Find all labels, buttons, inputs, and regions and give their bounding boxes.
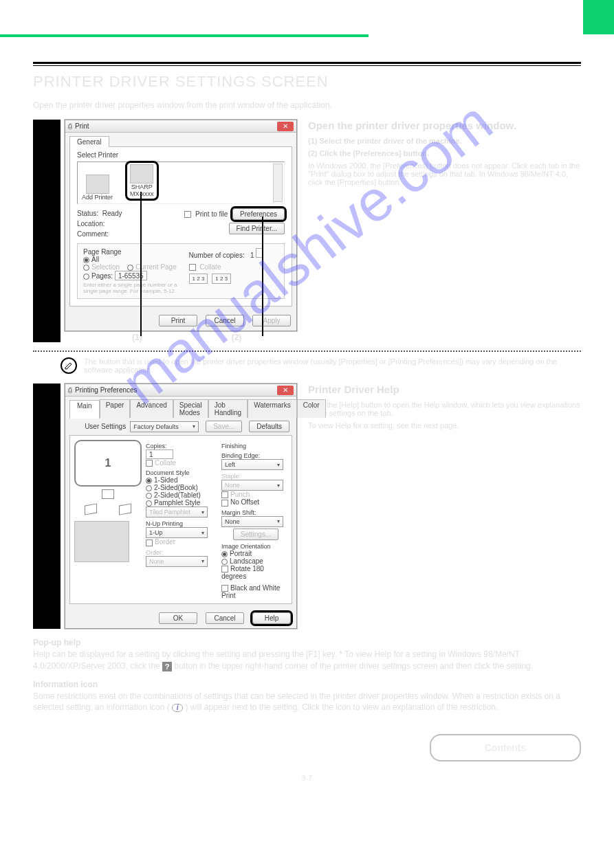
popup-p2b: ) will appear next to the setting. Click… <box>185 702 498 712</box>
chevron-down-icon: ▾ <box>201 509 204 515</box>
collate-checkbox[interactable] <box>189 264 196 271</box>
step-1-note-text: The button that is used to open the prin… <box>84 357 581 374</box>
add-printer[interactable]: Add Printer <box>82 175 113 201</box>
printer-list-scrollbar[interactable] <box>273 164 283 202</box>
find-printer-button[interactable]: Find Printer... <box>229 223 285 234</box>
punch-label: Punch <box>230 491 250 498</box>
status-value: Ready <box>102 210 122 217</box>
radio-all-label: All <box>91 256 99 263</box>
user-settings-row: User Settings Factory Defaults▾ Save... … <box>65 418 296 435</box>
close-icon[interactable]: ✕ <box>277 386 294 395</box>
print-tabstrip: General <box>65 133 296 146</box>
radio-current[interactable] <box>127 265 133 271</box>
copies-label: Copies: <box>146 443 212 449</box>
punch-checkbox[interactable] <box>221 491 228 498</box>
tiled-select[interactable]: Tiled Pamphlet▾ <box>146 507 208 518</box>
radio-2tablet[interactable] <box>146 493 152 499</box>
printer-list: Add Printer SHARP MX-xxxx <box>77 162 285 204</box>
order-select[interactable]: None▾ <box>146 556 208 567</box>
select-printer-label: Select Printer <box>77 151 285 159</box>
radio-2tablet-label: 2-Sided(Tablet) <box>154 491 201 499</box>
radio-pamphlet[interactable] <box>146 500 152 507</box>
tab-paper[interactable]: Paper <box>100 399 131 418</box>
tab-general[interactable]: General <box>69 136 109 147</box>
radio-2book-label: 2-Sided(Book) <box>154 484 198 491</box>
tab-main[interactable]: Main <box>69 400 100 419</box>
contents-link[interactable]: Contents <box>430 734 581 761</box>
nup-select[interactable]: 1-Up▾ <box>146 527 208 538</box>
user-settings-value: Factory Defaults <box>133 423 179 430</box>
pencil-icon <box>61 357 77 374</box>
preview-stack-icon <box>85 503 97 515</box>
tab-job[interactable]: Job Handling <box>208 399 248 418</box>
callout-line-2 <box>262 216 263 336</box>
settings-button[interactable]: Settings... <box>233 528 278 540</box>
nup-label: N-Up Printing <box>146 520 212 527</box>
print-button[interactable]: Print <box>159 315 197 326</box>
radio-selection[interactable] <box>83 265 89 271</box>
page-range-label: Page Range <box>83 248 182 256</box>
radio-portrait[interactable] <box>221 551 228 557</box>
user-settings-select[interactable]: Factory Defaults▾ <box>130 421 199 432</box>
radio-pages-label: Pages: <box>91 272 113 280</box>
collate-preview-icon: 1 2 3 <box>189 274 208 284</box>
tab-watermarks[interactable]: Watermarks <box>248 399 297 418</box>
margin-select[interactable]: None▾ <box>221 516 283 527</box>
apply-button[interactable]: Apply <box>252 315 291 326</box>
staple-select[interactable]: None▾ <box>221 480 283 491</box>
help-button[interactable]: Help <box>252 612 291 624</box>
location-label: Location: <box>77 219 184 229</box>
pages-input[interactable]: 1-65535 <box>115 271 147 280</box>
nup-value: 1-Up <box>149 529 163 536</box>
step-2-number <box>33 383 61 629</box>
print-to-file-checkbox[interactable] <box>184 211 191 218</box>
chevron-down-icon: ▾ <box>277 482 280 489</box>
radio-1sided[interactable] <box>146 478 152 484</box>
chevron-down-icon: ▾ <box>277 462 280 468</box>
tab-advanced[interactable]: Advanced <box>130 399 173 418</box>
staple-value: None <box>225 482 240 489</box>
popup-p1b: button in the upper right-hand corner of… <box>174 661 533 671</box>
step-1-number <box>33 120 61 342</box>
print-to-file-label: Print to file <box>195 210 228 218</box>
step-1-title: Open the printer driver properties windo… <box>308 120 581 131</box>
close-icon[interactable]: ✕ <box>277 122 294 131</box>
copies-input[interactable]: 1 <box>146 449 173 459</box>
printer-sharp[interactable]: SHARP MX-xxxx <box>125 161 159 201</box>
radio-landscape[interactable] <box>221 559 228 565</box>
page-title: PRINTER DRIVER SETTINGS SCREEN <box>33 73 581 91</box>
ok-button[interactable]: OK <box>159 612 197 624</box>
chevron-down-icon: ▾ <box>201 530 204 536</box>
radio-2book[interactable] <box>146 485 152 491</box>
preview-page-icon: 1 <box>74 440 142 487</box>
nooffset-label: No Offset <box>230 498 259 506</box>
defaults-button[interactable]: Defaults <box>249 421 289 432</box>
copier-icon <box>74 521 129 562</box>
add-printer-icon <box>86 175 109 194</box>
radio-pages[interactable] <box>83 274 89 280</box>
bw-checkbox[interactable] <box>221 585 228 592</box>
rotate-checkbox[interactable] <box>221 566 228 572</box>
print-titlebar: ⎙ Print ✕ <box>65 120 296 133</box>
border-checkbox[interactable] <box>146 539 153 546</box>
popup-heading: Pop-up help <box>33 637 581 649</box>
save-button[interactable]: Save... <box>206 421 242 432</box>
radio-all[interactable] <box>83 257 89 263</box>
radio-pamphlet-label: Pamphlet Style <box>154 499 200 507</box>
step-2-title: Printer Driver Help <box>308 383 581 395</box>
collate-label: Collate <box>199 263 221 271</box>
comment-label: Comment: <box>77 229 184 239</box>
printer-model-label: MX-xxxx <box>130 190 154 197</box>
cancel-button[interactable]: Cancel <box>206 612 244 624</box>
nooffset-checkbox[interactable] <box>221 500 228 507</box>
user-settings-label: User Settings <box>85 423 126 430</box>
collate-checkbox[interactable] <box>146 460 153 467</box>
tab-special[interactable]: Special Modes <box>173 399 208 418</box>
step-2-note: To view Help for a setting, see the next… <box>308 421 581 430</box>
cancel-button[interactable]: Cancel <box>206 315 244 326</box>
step-1-note: The button that is used to open the prin… <box>61 357 581 374</box>
binding-select[interactable]: Left▾ <box>221 459 283 470</box>
step-1: ⎙ Print ✕ General Select Printer Add Pri… <box>33 120 581 342</box>
tab-color[interactable]: Color <box>297 399 326 418</box>
preferences-button[interactable]: Preferences <box>232 208 285 220</box>
